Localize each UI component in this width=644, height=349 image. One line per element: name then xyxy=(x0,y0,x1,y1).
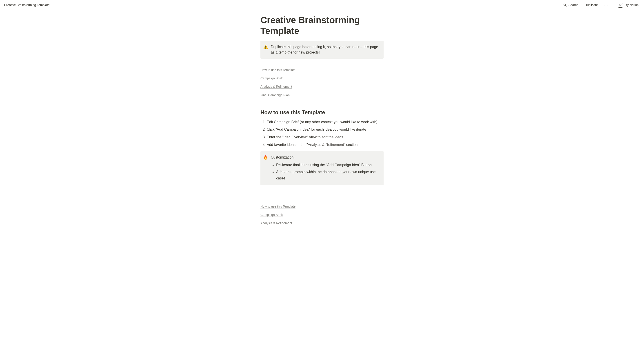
toc-link[interactable]: How to use this Template xyxy=(260,67,296,73)
toc-link[interactable]: Campaign Brief: xyxy=(260,212,283,218)
warning-icon: ⚠️ xyxy=(263,44,268,55)
list-item[interactable]: Adapt the prompts within the database to… xyxy=(276,168,380,181)
divider xyxy=(613,3,613,7)
toc-link[interactable]: Campaign Brief: xyxy=(260,76,283,81)
topbar: Creative Brainstorming Template Search D… xyxy=(0,0,644,10)
search-label: Search xyxy=(568,3,578,8)
search-icon xyxy=(563,3,567,7)
breadcrumb[interactable]: Creative Brainstorming Template xyxy=(4,3,50,8)
howto-heading[interactable]: How to use this Template xyxy=(260,108,384,117)
toc-link[interactable]: Final Campaign Plan xyxy=(260,92,290,98)
table-of-contents: How to use this Template Campaign Brief:… xyxy=(260,67,384,100)
spacer xyxy=(260,193,384,203)
duplicate-label: Duplicate xyxy=(585,3,598,8)
more-menu-button[interactable] xyxy=(603,3,609,7)
notion-logo-icon: N xyxy=(618,3,623,8)
warning-callout: ⚠️ Duplicate this page before using it, … xyxy=(260,41,384,59)
table-of-contents-2: How to use this Template Campaign Brief:… xyxy=(260,203,384,228)
toc-link[interactable]: How to use this Template xyxy=(260,204,296,209)
toc-link[interactable]: Analysis & Refinement xyxy=(260,84,292,90)
howto-steps-list: Edit Campaign Brief (or any other contex… xyxy=(260,118,384,148)
list-item[interactable]: Click "Add Campaign Idea" for each idea … xyxy=(267,126,384,133)
customization-bullets: Re-Iterate final ideas using the "Add Ca… xyxy=(271,161,380,182)
customization-callout: 🔥 Customization: Re-Iterate final ideas … xyxy=(260,151,384,185)
fire-icon: 🔥 xyxy=(263,155,268,182)
page-title[interactable]: Creative Brainstorming Template xyxy=(260,15,384,36)
page-content: Creative Brainstorming Template ⚠️ Dupli… xyxy=(239,15,405,259)
try-notion-button[interactable]: N Try Notion xyxy=(616,2,640,9)
step4-suffix: " section xyxy=(344,143,358,147)
try-notion-label: Try Notion xyxy=(624,3,638,8)
customization-content[interactable]: Customization: Re-Iterate final ideas us… xyxy=(271,155,380,182)
analysis-refinement-link[interactable]: Analysis & Refinement xyxy=(308,143,344,147)
list-item[interactable]: Re-Iterate final ideas using the "Add Ca… xyxy=(276,161,380,168)
toc-link[interactable]: Analysis & Refinement xyxy=(260,220,292,226)
search-button[interactable]: Search xyxy=(562,2,580,8)
duplicate-button[interactable]: Duplicate xyxy=(583,2,599,8)
customization-heading: Customization: xyxy=(271,155,380,160)
topbar-actions: Search Duplicate N Try Notion xyxy=(562,2,640,9)
warning-callout-text[interactable]: Duplicate this page before using it, so … xyxy=(271,44,380,55)
dots-icon xyxy=(604,5,605,6)
list-item[interactable]: Add favorite ideas to the "Analysis & Re… xyxy=(267,141,384,149)
list-item[interactable]: Edit Campaign Brief (or any other contex… xyxy=(267,118,384,126)
list-item[interactable]: Enter the "Idea Overview" View to sort t… xyxy=(267,133,384,141)
step4-prefix: Add favorite ideas to the " xyxy=(267,143,308,147)
